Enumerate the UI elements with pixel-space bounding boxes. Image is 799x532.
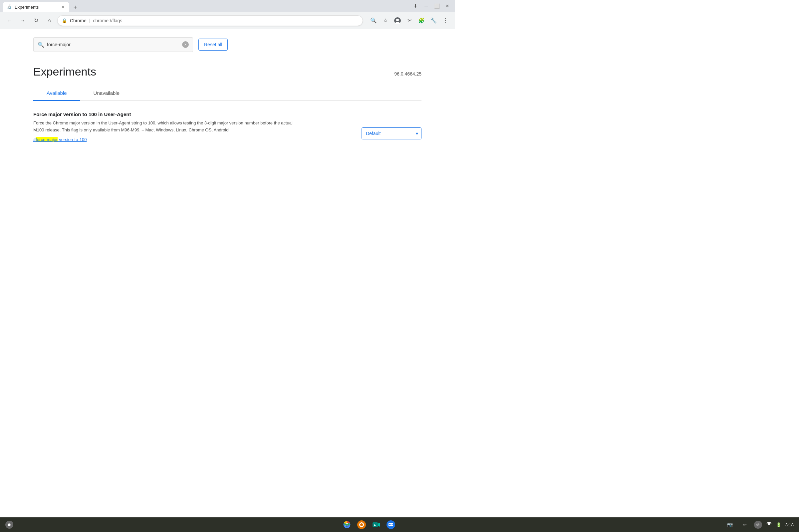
url-path: chrome://flags	[93, 18, 122, 23]
main-content: 🔍 × Reset all Experiments 96.0.4664.25 A…	[0, 29, 455, 241]
search-icon[interactable]: 🔍	[368, 15, 379, 26]
title-bar: 🔬 Experiments ✕ + ⬇ ─ ⬜ ✕	[0, 0, 455, 12]
window-controls: ⬇ ─ ⬜ ✕	[411, 1, 452, 12]
forward-button[interactable]: →	[17, 15, 28, 26]
flag-anchor-link[interactable]: #force-major-version-to-100	[33, 137, 300, 142]
reset-all-button[interactable]: Reset all	[199, 39, 228, 51]
new-tab-button[interactable]: +	[71, 3, 80, 12]
download-icon[interactable]: ⬇	[411, 1, 420, 11]
tab-available[interactable]: Available	[33, 86, 80, 101]
url-bar[interactable]: 🔒 Chrome | chrome://flags	[57, 15, 363, 26]
tab-title: Experiments	[15, 5, 57, 10]
flag-info: Force major version to 100 in User-Agent…	[33, 112, 300, 142]
address-bar: ← → ↻ ⌂ 🔒 Chrome | chrome://flags 🔍 ☆ ✂ …	[0, 12, 455, 29]
bookmark-star-icon[interactable]: ☆	[380, 15, 391, 26]
search-icon: 🔍	[38, 42, 44, 48]
flag-entry: Force major version to 100 in User-Agent…	[33, 112, 422, 150]
tab-favicon: 🔬	[7, 4, 12, 10]
toolbar-icons: 🔍 ☆ ✂ 🧩 🔧 ⋮	[368, 15, 451, 26]
lock-icon: 🔒	[61, 18, 67, 23]
flag-dropdown-wrapper[interactable]: Default Enabled Disabled	[361, 128, 422, 139]
flag-title: Force major version to 100 in User-Agent	[33, 112, 300, 117]
maximize-button[interactable]: ⬜	[432, 1, 442, 11]
flags-list: Force major version to 100 in User-Agent…	[33, 112, 422, 150]
search-box[interactable]: 🔍 ×	[33, 37, 193, 52]
site-name: Chrome	[70, 18, 87, 23]
svg-point-1	[396, 19, 399, 21]
page-header: Experiments 96.0.4664.25	[33, 65, 422, 78]
flag-dropdown-container: Default Enabled Disabled	[361, 128, 422, 139]
active-tab[interactable]: 🔬 Experiments ✕	[3, 2, 69, 12]
puzzle-extension-icon[interactable]: 🧩	[416, 15, 427, 26]
url-separator: |	[89, 18, 91, 23]
search-input[interactable]	[47, 42, 180, 47]
flag-dropdown-select[interactable]: Default Enabled Disabled	[361, 128, 422, 139]
more-menu-icon[interactable]: ⋮	[440, 15, 451, 26]
close-button[interactable]: ✕	[443, 1, 452, 11]
flag-link-suffix: -version-to-100	[58, 137, 87, 142]
home-button[interactable]: ⌂	[44, 15, 55, 26]
cast-extension-icon[interactable]: 🔧	[428, 15, 439, 26]
flag-link-highlight: force-major	[36, 137, 58, 142]
version-number: 96.0.4664.25	[394, 71, 422, 77]
search-container: 🔍 × Reset all	[33, 29, 422, 52]
minimize-button[interactable]: ─	[422, 1, 431, 11]
tab-close-button[interactable]: ✕	[60, 4, 65, 10]
flag-description: Force the Chrome major version in the Us…	[33, 120, 300, 134]
clear-search-button[interactable]: ×	[182, 41, 189, 48]
profile-icon[interactable]	[392, 15, 403, 26]
tabs-container: Available Unavailable	[33, 86, 422, 101]
reload-button[interactable]: ↻	[31, 15, 41, 26]
tab-unavailable[interactable]: Unavailable	[80, 86, 133, 101]
page-title: Experiments	[33, 65, 96, 78]
scissors-icon[interactable]: ✂	[404, 15, 415, 26]
back-button[interactable]: ←	[4, 15, 15, 26]
